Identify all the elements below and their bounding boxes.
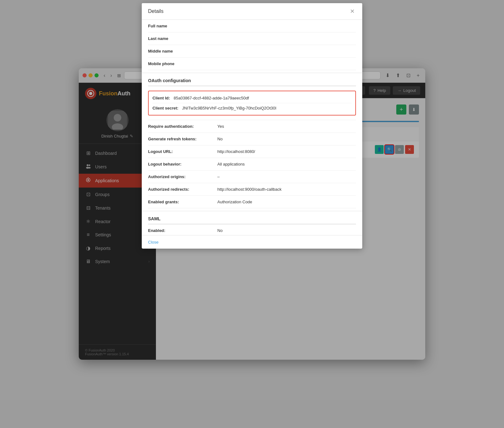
client-secret-value: JNITw3c9B5NrVhF-cz3m0fp_YiBg-70hcDoiQ2Ot… xyxy=(182,106,276,110)
authorized-origins-row: Authorized origins: – xyxy=(156,171,356,183)
browser-window: ‹ › ⊞ localhost ↻ ⬇ ⬆ ⊡ + xyxy=(79,68,425,360)
saml-section: Enabled: No Issuer: – Audience: – xyxy=(156,224,362,235)
client-secret-field: Client secret: JNITw3c9B5NrVhF-cz3m0fp_Y… xyxy=(156,104,352,112)
oauth-section: Client Id: 85a03867-dccf-4882-adde-1a79a… xyxy=(156,86,362,208)
require-auth-value: Yes xyxy=(217,124,356,129)
authorized-redirects-label: Authorized redirects: xyxy=(156,187,217,192)
logout-behavior-row: Logout behavior: All applications xyxy=(156,158,356,171)
logout-behavior-label: Logout behavior: xyxy=(156,162,217,166)
logout-url-value: http://localhost:8080/ xyxy=(217,149,356,154)
generate-refresh-label: Generate refresh tokens: xyxy=(156,137,217,141)
authorized-redirects-row: Authorized redirects: http://localhost:9… xyxy=(156,183,356,196)
generate-refresh-row: Generate refresh tokens: No xyxy=(156,133,356,145)
client-secret-label: Client secret: xyxy=(156,106,178,110)
app-layout: FusionAuth Dinish Chugtai ✎ xyxy=(79,83,425,360)
logout-url-label: Logout URL: xyxy=(156,149,217,154)
modal-footer: Close xyxy=(156,235,362,249)
client-id-label: Client Id: xyxy=(156,96,170,100)
enabled-grants-row: Enabled grants: Authorization Code xyxy=(156,196,356,208)
details-modal: Details ✕ Full name Las xyxy=(156,83,362,249)
authorized-redirects-value: http://localhost:9000/oauth-callback xyxy=(217,187,356,192)
require-auth-label: Require authentication: xyxy=(156,124,217,129)
generate-refresh-value: No xyxy=(217,137,356,141)
client-id-field: Client Id: 85a03867-dccf-4882-adde-1a79a… xyxy=(156,94,352,103)
saml-enabled-label: Enabled: xyxy=(156,228,217,233)
enabled-grants-value: Authorization Code xyxy=(217,200,356,204)
modal-overlay: Details ✕ Full name Las xyxy=(156,83,425,360)
saml-section-header: SAML xyxy=(156,211,362,224)
logout-url-row: Logout URL: http://localhost:8080/ xyxy=(156,145,356,158)
authorized-origins-value: – xyxy=(217,174,356,179)
require-auth-row: Require authentication: Yes xyxy=(156,120,356,133)
logout-behavior-value: All applications xyxy=(217,162,356,166)
close-link[interactable]: Close xyxy=(156,240,158,245)
app-content-area: Applications + ⬇ ✎ xyxy=(156,98,425,360)
oauth-credentials-box: Client Id: 85a03867-dccf-4882-adde-1a79a… xyxy=(156,91,356,115)
client-id-value: 85a03867-dccf-4882-adde-1a79aeec50df xyxy=(174,96,249,100)
oauth-section-header: OAuth configuration xyxy=(156,83,362,86)
saml-enabled-row: Enabled: No xyxy=(156,224,356,235)
client-credentials-row: Client Id: 85a03867-dccf-4882-adde-1a79a… xyxy=(156,86,356,120)
modal-body: Full name Last name Middle name xyxy=(156,83,362,235)
saml-enabled-value: No xyxy=(217,228,356,233)
authorized-origins-label: Authorized origins: xyxy=(156,174,217,179)
enabled-grants-label: Enabled grants: xyxy=(156,200,217,204)
